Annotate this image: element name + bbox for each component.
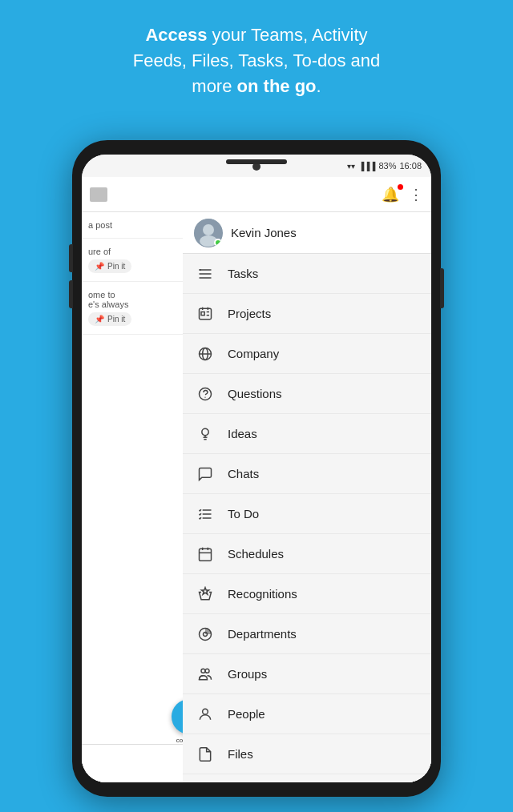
departments-label: Departments — [228, 627, 297, 641]
notification-bell-wrapper[interactable]: 🔔 — [382, 186, 402, 203]
svg-rect-10 — [201, 312, 204, 315]
svg-point-18 — [202, 428, 208, 435]
notification-dot — [398, 184, 403, 190]
people-label: People — [228, 707, 265, 721]
groups-label: Groups — [228, 667, 267, 681]
phone-device: ▾▾ ▐▐▐ 83% 16:08 🔔 ⋮ a post — [72, 140, 441, 797]
todo-label: To Do — [228, 507, 259, 521]
menu-item-ideas[interactable]: Ideas — [183, 414, 431, 454]
svg-point-17 — [204, 396, 205, 397]
status-bar: ▾▾ ▐▐▐ 83% 16:08 — [82, 155, 431, 177]
schedules-icon — [196, 545, 215, 564]
menu-item-files[interactable]: Files — [183, 734, 431, 774]
questions-label: Questions — [228, 387, 282, 400]
ideas-label: Ideas — [228, 427, 257, 440]
header-section: Access your Teams, ActivityFeeds, Files,… — [0, 0, 513, 115]
header-text-bold: Access — [145, 25, 207, 45]
pin-icon-2: 📌 — [95, 315, 104, 324]
projects-icon — [196, 304, 215, 324]
ideas-icon — [196, 424, 215, 444]
time-text: 16:08 — [399, 161, 422, 171]
svg-point-1 — [203, 224, 214, 235]
menu-item-questions[interactable]: Questions — [183, 374, 431, 414]
pin-button-2[interactable]: 📌 Pin it — [88, 312, 131, 326]
app-bar: 🔔 ⋮ — [82, 177, 431, 212]
avatar — [194, 219, 223, 247]
battery-text: 83% — [378, 161, 396, 171]
svg-point-32 — [205, 669, 209, 673]
files-label: Files — [228, 747, 253, 761]
recognitions-label: Recognitions — [228, 587, 297, 601]
more-options-icon[interactable]: ⋮ — [409, 186, 423, 203]
pin-button-1[interactable]: 📌 Pin it — [88, 259, 131, 273]
menu-item-people[interactable]: People — [183, 694, 431, 734]
people-icon — [196, 705, 215, 724]
chats-label: Chats — [228, 467, 259, 480]
todo-icon — [196, 504, 215, 524]
phone-screen: ▾▾ ▐▐▐ 83% 16:08 🔔 ⋮ a post — [82, 155, 431, 782]
menu-item-projects[interactable]: Projects — [183, 294, 431, 334]
user-name: Kevin Jones — [231, 226, 297, 239]
company-label: Company — [228, 347, 279, 360]
svg-point-33 — [203, 709, 208, 714]
questions-icon — [196, 384, 215, 404]
volume-down-button — [69, 280, 73, 308]
schedules-label: Schedules — [228, 547, 284, 561]
projects-label: Projects — [228, 307, 271, 320]
screen-content: a post ure of 📌 Pin it ome to e's always… — [82, 212, 431, 782]
menu-item-chats[interactable]: Chats — [183, 454, 431, 494]
phone-body: ▾▾ ▐▐▐ 83% 16:08 🔔 ⋮ a post — [72, 140, 441, 797]
pin-label-2: Pin it — [107, 315, 125, 324]
signal-icon: ▐▐▐ — [358, 162, 375, 171]
wifi-icon: ▾▾ — [347, 162, 355, 171]
menu-item-todo[interactable]: To Do — [183, 494, 431, 534]
files-icon — [196, 745, 215, 764]
company-icon — [196, 344, 215, 364]
drawer-header: Kevin Jones — [183, 212, 431, 254]
bell-icon: 🔔 — [382, 187, 399, 203]
tasks-label: Tasks — [228, 267, 258, 280]
menu-item-tasks[interactable]: Tasks — [183, 254, 431, 294]
chats-icon — [196, 464, 215, 484]
header-period: . — [317, 76, 321, 96]
app-logo — [90, 187, 107, 202]
pin-icon-1: 📌 — [95, 262, 104, 271]
menu-item-schedules[interactable]: Schedules — [183, 534, 431, 574]
svg-rect-25 — [200, 549, 212, 561]
menu-item-company[interactable]: Company — [183, 334, 431, 374]
power-button — [440, 268, 444, 308]
menu-item-departments[interactable]: Departments — [183, 614, 431, 654]
groups-icon — [196, 665, 215, 684]
header-text-normal2: more — [192, 76, 236, 96]
menu-item-recognitions[interactable]: Recognitions — [183, 574, 431, 614]
volume-up-button — [69, 244, 73, 272]
recognitions-icon — [196, 585, 215, 604]
tasks-icon — [196, 264, 215, 283]
navigation-drawer: Kevin Jones Tasks — [183, 212, 431, 782]
departments-icon — [196, 625, 215, 644]
menu-item-bookmarks[interactable]: Bookmarks — [183, 774, 431, 782]
header-text-bold2: on the go — [237, 76, 317, 96]
menu-item-groups[interactable]: Groups — [183, 654, 431, 694]
pin-label-1: Pin it — [107, 262, 125, 271]
drawer-menu: Tasks Projects — [183, 254, 431, 782]
online-status-dot — [214, 239, 222, 247]
